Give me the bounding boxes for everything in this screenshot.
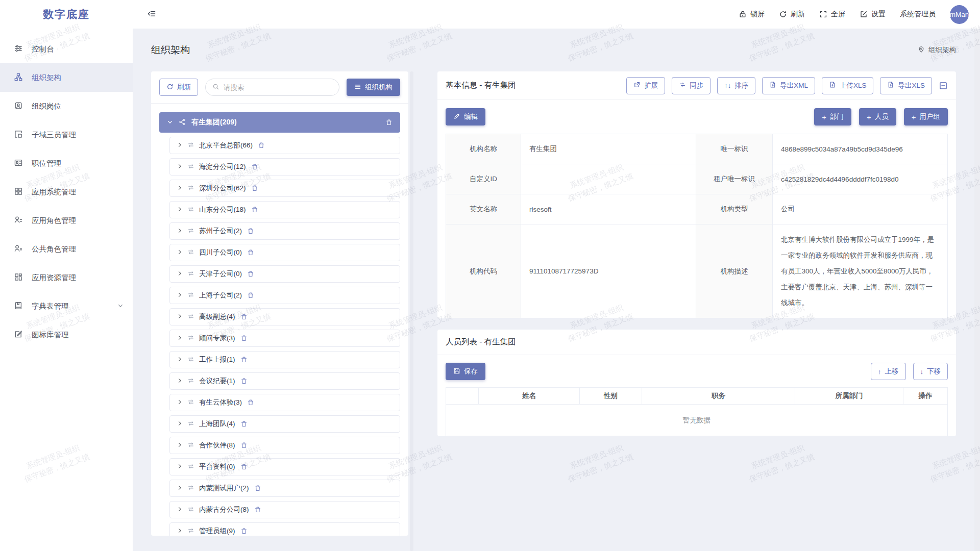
tree-node[interactable]: 海淀分公司(12) [169,158,400,176]
tree-node-label: 高级副总(4) [199,312,235,321]
sidebar-item-org-post[interactable]: 组织岗位 [0,92,133,120]
tree-node[interactable]: 上海团队(4) [169,415,400,433]
tree-node[interactable]: 山东分公司(18) [169,201,400,218]
edit-button[interactable]: 编辑 [446,108,485,126]
arrow-up-icon: ↑ [878,368,881,375]
tree-search-box[interactable] [205,79,339,96]
sidebar-item-app-system[interactable]: 应用系统管理 [0,178,133,206]
chevron-down-icon [117,302,124,310]
add-department-button[interactable]: +部门 [814,108,851,126]
delete-icon[interactable] [240,420,248,428]
panel-scrollbar[interactable] [410,71,413,551]
delete-icon[interactable] [251,206,258,213]
settings-button[interactable]: 设置 [860,10,886,19]
delete-icon[interactable] [258,142,265,149]
delete-icon[interactable] [240,463,248,470]
move-up-button[interactable]: ↑上移 [871,363,906,380]
tree-node-label: 管理员组(9) [199,527,235,536]
tree-node[interactable]: 管理员组(9) [169,522,400,536]
org-structure-switch-button[interactable]: 组织机构 [347,79,400,96]
tree-refresh-button[interactable]: 刷新 [159,79,198,96]
save-button[interactable]: 保存 [446,363,485,380]
sidebar-item-app-role[interactable]: 应用角色管理 [0,206,133,235]
delete-icon[interactable] [251,185,258,192]
delete-icon[interactable] [247,228,254,235]
delete-icon[interactable] [251,163,258,170]
tree-node-label: 工作上报(1) [199,355,235,364]
sidebar-item-subdomain-admin[interactable]: 子域三员管理 [0,120,133,149]
person-list-title: 人员列表 - 有生集团 [446,337,516,347]
sidebar-collapse-button[interactable] [147,9,156,20]
delete-icon[interactable] [240,335,248,342]
tree-node[interactable]: 平台资料(0) [169,458,400,475]
avatar[interactable]: mMan [950,5,969,24]
tree-node-label: 内蒙测试用户(2) [199,484,249,493]
chevron-right-icon [177,378,183,385]
sidebar-item-icon-library[interactable]: 图标库管理 [0,320,133,349]
badge-user-icon [14,101,23,112]
person-table: 姓名 性别 职务 所属部门 操作 暂无数据 [446,387,948,436]
sync-icon [679,81,686,90]
tree-root-node[interactable]: 有生集团(209) [159,112,400,133]
pencil-icon [453,113,460,121]
tree-node[interactable]: 高级副总(4) [169,308,400,325]
export-xml-button[interactable]: 导出XML [762,77,815,94]
delete-icon[interactable] [247,249,254,256]
tree-node[interactable]: 顾问专家(3) [169,330,400,347]
tree-node-label: 会议纪要(1) [199,377,235,386]
delete-icon[interactable] [254,485,261,492]
add-user-group-button[interactable]: +用户组 [904,108,948,126]
tree-node[interactable]: 天津子公司(0) [169,265,400,283]
field-label: 机构名称 [446,134,521,164]
frame-icon [14,130,23,140]
sidebar-item-dictionary[interactable]: 字典表管理 [0,292,133,320]
tree-node[interactable]: 深圳分公司(62) [169,180,400,197]
lock-screen-button[interactable]: 锁屏 [739,10,765,19]
sidebar-item-console[interactable]: 控制台 [0,35,133,63]
tree-node[interactable]: 四川子公司(0) [169,244,400,261]
delete-icon[interactable] [240,313,248,320]
delete-icon[interactable] [240,356,248,363]
collapse-panel-icon[interactable] [939,81,948,90]
department-icon [188,463,194,471]
delete-icon[interactable] [240,528,248,535]
tree-node[interactable]: 上海子公司(2) [169,287,400,304]
fullscreen-button[interactable]: 全屏 [819,10,845,19]
delete-icon[interactable] [385,119,393,126]
expand-button[interactable]: 扩展 [626,77,665,94]
delete-icon[interactable] [240,378,248,385]
tree-node[interactable]: 北京平台总部(66) [169,137,400,154]
sort-button[interactable]: ↑↓排序 [717,77,755,94]
sidebar-item-app-resource[interactable]: 应用资源管理 [0,263,133,292]
upload-xls-button[interactable]: 上传XLS [822,77,874,94]
tree-node[interactable]: 会议纪要(1) [169,372,400,390]
chevron-right-icon [177,485,183,492]
tree-node[interactable]: 苏州子公司(2) [169,222,400,240]
tree-node[interactable]: 内蒙测试用户(2) [169,480,400,497]
delete-icon[interactable] [254,506,261,513]
add-person-button[interactable]: +人员 [859,108,896,126]
plus-icon: + [867,113,871,121]
tree-node[interactable]: 合作伙伴(8) [169,437,400,454]
tree-node[interactable]: 工作上报(1) [169,351,400,368]
sidebar-item-position-mgmt[interactable]: 职位管理 [0,149,133,178]
department-icon [188,378,194,385]
current-user[interactable]: 系统管理员 [900,10,936,19]
move-down-button[interactable]: ↓下移 [913,363,948,380]
sidebar-item-org-structure[interactable]: 组织架构 [0,63,133,92]
search-input[interactable] [224,84,332,91]
delete-icon[interactable] [240,442,248,449]
tree-node[interactable]: 有生云体验(3) [169,394,400,411]
sidebar-item-public-role[interactable]: 公共角色管理 [0,235,133,263]
tree-node-label: 平台资料(0) [199,462,235,471]
delete-icon[interactable] [247,292,254,299]
export-xls-button[interactable]: 导出XLS [880,77,932,94]
sync-button[interactable]: 同步 [672,77,710,94]
page-scrollbar[interactable] [974,29,980,551]
refresh-button[interactable]: 刷新 [779,10,805,19]
delete-icon[interactable] [247,270,254,278]
tree-node-label: 深圳分公司(62) [199,184,246,193]
column-header-gender: 性别 [580,388,642,405]
delete-icon[interactable] [247,399,254,406]
tree-node[interactable]: 内蒙古分公司(8) [169,501,400,518]
